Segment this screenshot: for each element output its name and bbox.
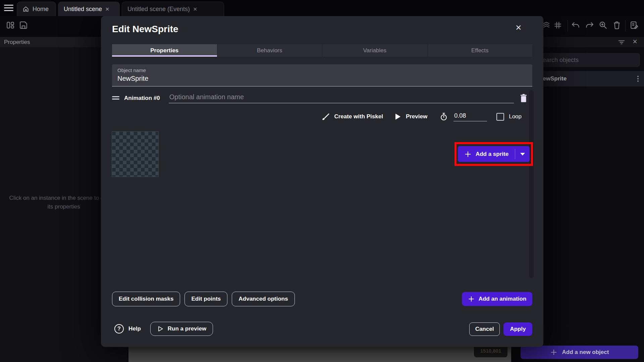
tab-scene[interactable]: Untitled scene <box>58 2 120 16</box>
time-between-frames-input[interactable] <box>453 112 487 121</box>
tab-home[interactable]: Home <box>17 2 56 16</box>
tab-events-label: Untitled scene (Events) <box>127 6 190 13</box>
home-icon <box>22 6 29 12</box>
object-name-field[interactable]: Object name NewSprite <box>112 64 532 86</box>
save-icon[interactable] <box>19 21 28 29</box>
add-sprite-label: Add a sprite <box>476 151 508 158</box>
close-icon[interactable] <box>516 22 522 33</box>
top-bar: Home Untitled scene Untitled scene (Even… <box>0 0 644 16</box>
redo-icon[interactable] <box>585 21 594 29</box>
run-a-preview-label: Run a preview <box>168 325 206 332</box>
edit-collision-masks-button[interactable]: Edit collision masks <box>112 292 180 306</box>
edit-object-dialog: Edit NewSprite Properties Behaviors Vari… <box>101 16 543 347</box>
tab-scene-events[interactable]: Untitled scene (Events) <box>122 2 224 16</box>
add-sprite-dropdown-button[interactable] <box>515 146 530 162</box>
delete-animation-trash-icon[interactable] <box>519 94 528 103</box>
add-new-object-button[interactable]: Add a new object <box>521 346 638 359</box>
add-animation-button[interactable]: Add an animation <box>462 292 532 306</box>
help-icon[interactable] <box>114 324 124 334</box>
add-sprite-split-button[interactable]: Add a sprite <box>458 146 530 162</box>
animation-tools-row: Edit collision masks Edit points Advance… <box>112 292 295 306</box>
tab-properties[interactable]: Properties <box>112 44 217 57</box>
tab-behaviors[interactable]: Behaviors <box>217 44 322 57</box>
close-icon[interactable] <box>193 6 197 12</box>
drag-handle-icon[interactable] <box>112 96 119 100</box>
tab-effects[interactable]: Effects <box>427 44 533 57</box>
object-list-item[interactable]: NewSprite <box>530 71 644 86</box>
loop-checkbox[interactable] <box>496 113 504 121</box>
cancel-button[interactable]: Cancel <box>469 322 500 336</box>
animation-row: Animation #0 <box>112 92 528 105</box>
grid-icon[interactable] <box>553 21 562 29</box>
active-tab-underline <box>112 55 217 57</box>
object-name-field-label: Object name <box>117 67 146 73</box>
menu-icon[interactable] <box>4 5 13 11</box>
kebab-menu-icon[interactable] <box>637 76 639 77</box>
dialog-footer-left: Help Run a preview <box>114 321 213 336</box>
dialog-scrollbar[interactable] <box>529 90 534 278</box>
tab-behaviors-label: Behaviors <box>257 47 282 54</box>
tab-scene-label: Untitled scene <box>64 6 102 13</box>
object-name-field-value: NewSprite <box>117 75 148 82</box>
create-with-piskel-button[interactable]: Create with Piskel <box>334 113 383 120</box>
filter-icon[interactable] <box>618 40 625 45</box>
plus-icon <box>550 349 557 356</box>
animation-actions-row: Create with Piskel Preview Loop <box>321 110 522 123</box>
highlight-box: Add a sprite <box>454 142 533 166</box>
stopwatch-icon <box>439 112 448 121</box>
add-animation-label: Add an animation <box>479 296 527 302</box>
search-objects-input[interactable] <box>534 53 640 67</box>
zoom-in-icon[interactable] <box>599 21 607 29</box>
help-button[interactable]: Help <box>128 325 141 332</box>
tab-variables[interactable]: Variables <box>322 44 427 57</box>
dialog-title: Edit NewSprite <box>112 24 178 35</box>
play-icon <box>394 113 401 120</box>
plus-icon <box>468 296 475 302</box>
app-root: Home Untitled scene Untitled scene (Even… <box>0 0 644 362</box>
trash-icon[interactable] <box>612 21 621 29</box>
sprite-frame-thumbnail[interactable] <box>112 131 159 177</box>
toolbar-separator <box>568 20 568 32</box>
close-icon[interactable] <box>633 38 637 46</box>
add-sprite-button[interactable]: Add a sprite <box>458 146 515 162</box>
apply-button[interactable]: Apply <box>503 322 532 336</box>
close-icon[interactable] <box>105 6 109 12</box>
tab-variables-label: Variables <box>363 47 386 54</box>
play-outline-icon <box>157 325 164 332</box>
layout-panels-icon[interactable] <box>6 21 15 29</box>
dialog-tabs: Properties Behaviors Variables Effects <box>112 44 532 57</box>
brush-icon <box>321 112 330 121</box>
plus-icon <box>464 150 472 158</box>
animation-name-input[interactable] <box>169 93 514 103</box>
preview-button[interactable]: Preview <box>406 113 427 120</box>
run-a-preview-button[interactable]: Run a preview <box>150 322 213 336</box>
edit-events-icon[interactable] <box>630 21 639 29</box>
edit-points-button[interactable]: Edit points <box>184 292 227 306</box>
advanced-options-button[interactable]: Advanced options <box>232 292 294 306</box>
loop-label: Loop <box>509 113 522 120</box>
tab-effects-label: Effects <box>471 47 489 54</box>
chevron-down-icon <box>520 153 525 156</box>
tab-properties-label: Properties <box>150 47 178 54</box>
animation-label: Animation #0 <box>124 95 160 102</box>
tab-home-label: Home <box>33 6 49 13</box>
undo-icon[interactable] <box>571 21 580 29</box>
add-new-object-label: Add a new object <box>562 349 609 356</box>
toolbar-separator <box>625 20 626 32</box>
